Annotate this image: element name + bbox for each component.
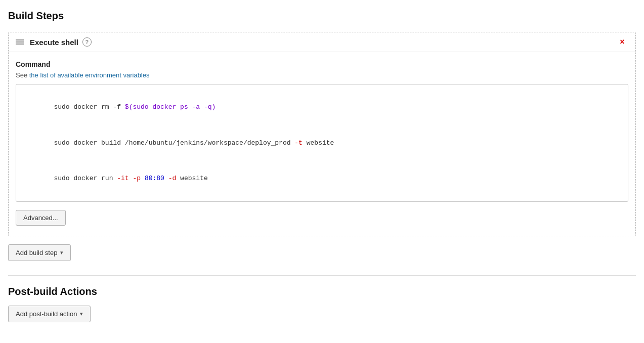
close-button[interactable]: × bbox=[616, 36, 628, 48]
add-build-step-arrow: ▾ bbox=[60, 249, 63, 256]
advanced-button[interactable]: Advanced... bbox=[16, 210, 66, 226]
add-post-build-label: Add post-build action bbox=[16, 310, 77, 318]
code-line-3: sudo docker run -it -p 80:80 -d website bbox=[22, 160, 622, 196]
build-steps-title: Build Steps bbox=[8, 10, 636, 22]
drag-handle[interactable] bbox=[16, 39, 24, 45]
command-input[interactable]: sudo docker rm -f $(sudo docker ps -a -q… bbox=[16, 84, 628, 202]
help-icon[interactable]: ? bbox=[82, 37, 92, 47]
add-post-build-button[interactable]: Add post-build action ▾ bbox=[8, 306, 91, 322]
add-build-step-label: Add build step bbox=[16, 249, 57, 256]
step-title: Execute shell bbox=[30, 38, 78, 47]
code-line-1: sudo docker rm -f $(sudo docker ps -a -q… bbox=[22, 90, 622, 125]
step-body: Command See the list of available enviro… bbox=[9, 52, 635, 236]
add-post-build-arrow: ▾ bbox=[80, 311, 83, 317]
build-step-execute-shell: Execute shell ? × Command See the list o… bbox=[8, 32, 636, 236]
step-header: Execute shell ? × bbox=[9, 32, 635, 52]
env-vars-line: See the list of available environment va… bbox=[16, 71, 628, 79]
env-vars-link[interactable]: the list of available environment variab… bbox=[29, 71, 150, 79]
code-line-2: sudo docker build /home/ubuntu/jenkins/w… bbox=[22, 125, 622, 160]
post-build-title: Post-build Actions bbox=[8, 286, 636, 297]
command-label: Command bbox=[16, 60, 628, 68]
section-divider bbox=[8, 275, 636, 276]
add-build-step-button[interactable]: Add build step ▾ bbox=[8, 244, 71, 261]
